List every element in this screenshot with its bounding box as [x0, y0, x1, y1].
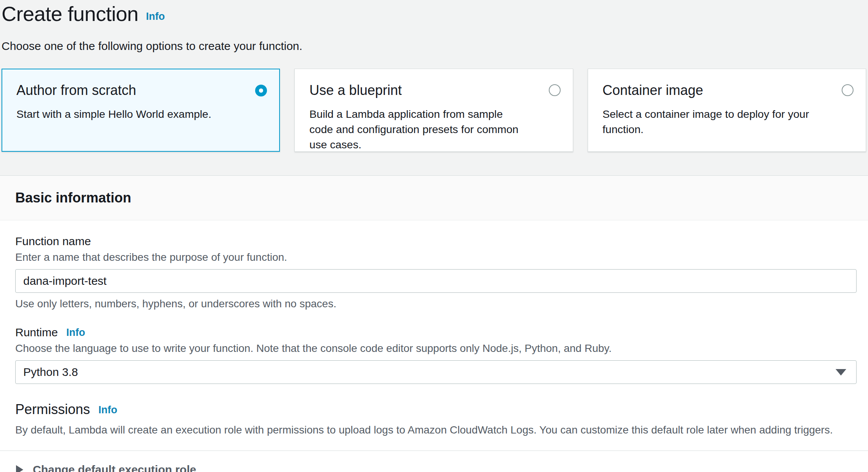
basic-information-panel: Basic information Function name Enter a …	[0, 175, 868, 472]
tile-title: Author from scratch	[16, 82, 268, 99]
page-subtitle: Choose one of the following options to c…	[2, 40, 866, 53]
runtime-label-row: Runtime Info	[15, 326, 857, 339]
tile-description: Build a Lambda application from sample c…	[309, 106, 561, 152]
tile-description: Select a container image to deploy for y…	[603, 106, 854, 137]
function-name-label: Function name	[15, 235, 857, 248]
chevron-down-icon	[836, 369, 846, 376]
runtime-label: Runtime	[15, 326, 58, 339]
runtime-description: Choose the language to use to write your…	[15, 342, 857, 355]
expander-label: Change default execution role	[33, 463, 196, 472]
change-default-execution-role-expander[interactable]: Change default execution role	[0, 451, 868, 472]
permissions-heading-row: Permissions Info	[15, 401, 857, 417]
runtime-selected-value: Python 3.8	[23, 366, 78, 379]
basic-information-heading: Basic information	[15, 190, 131, 206]
tile-author-from-scratch[interactable]: Author from scratch Start with a simple …	[2, 69, 280, 152]
create-function-page: Create function Info Choose one of the f…	[0, 0, 868, 472]
tile-description: Start with a simple Hello World example.	[16, 106, 268, 122]
page-header: Create function Info Choose one of the f…	[0, 0, 868, 152]
function-name-field: Function name Enter a name that describe…	[15, 235, 857, 310]
function-name-input[interactable]	[15, 269, 857, 293]
permissions-heading: Permissions	[15, 401, 90, 417]
basic-information-body: Function name Enter a name that describe…	[0, 220, 868, 437]
creation-option-tiles: Author from scratch Start with a simple …	[2, 69, 866, 152]
runtime-field: Runtime Info Choose the language to use …	[15, 326, 857, 384]
page-title-info-link[interactable]: Info	[146, 11, 165, 22]
tile-container-image[interactable]: Container image Select a container image…	[588, 69, 866, 152]
function-name-description: Enter a name that describes the purpose …	[15, 251, 857, 263]
basic-information-header: Basic information	[0, 176, 868, 220]
radio-unselected-icon[interactable]	[842, 84, 854, 96]
tile-use-a-blueprint[interactable]: Use a blueprint Build a Lambda applicati…	[294, 69, 573, 152]
caret-right-icon	[16, 465, 23, 472]
radio-unselected-icon[interactable]	[549, 84, 561, 96]
title-row: Create function Info	[2, 2, 866, 26]
permissions-section: Permissions Info By default, Lambda will…	[15, 401, 857, 437]
tile-title: Container image	[603, 82, 854, 99]
runtime-info-link[interactable]: Info	[66, 327, 85, 339]
permissions-description: By default, Lambda will create an execut…	[15, 424, 857, 437]
runtime-select[interactable]: Python 3.8	[15, 360, 857, 384]
tile-title: Use a blueprint	[309, 82, 561, 99]
page-title: Create function	[2, 2, 138, 26]
function-name-constraint: Use only letters, numbers, hyphens, or u…	[15, 298, 857, 310]
permissions-info-link[interactable]: Info	[98, 404, 117, 416]
radio-dot	[259, 88, 263, 93]
